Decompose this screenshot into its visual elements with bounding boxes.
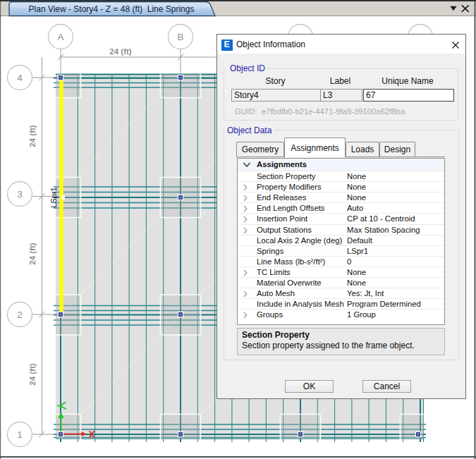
svg-text:LSpr1: LSpr1 — [49, 187, 58, 207]
svg-text:24 (ft): 24 (ft) — [109, 47, 131, 56]
svg-text:24 (ft): 24 (ft) — [28, 363, 37, 385]
svg-text:2: 2 — [17, 310, 23, 320]
svg-text:24 (ft): 24 (ft) — [28, 243, 37, 264]
svg-text:3: 3 — [17, 189, 23, 200]
svg-text:Plan View - Story4 - Z = 48 (f: Plan View - Story4 - Z = 48 (ft) Line Sp… — [29, 4, 195, 14]
svg-text:A: A — [57, 32, 63, 42]
svg-text:24 (ft): 24 (ft) — [28, 125, 37, 147]
svg-text:X: X — [89, 429, 96, 440]
svg-text:1: 1 — [17, 429, 23, 440]
svg-text:4: 4 — [17, 73, 23, 83]
svg-text:B: B — [177, 32, 183, 42]
